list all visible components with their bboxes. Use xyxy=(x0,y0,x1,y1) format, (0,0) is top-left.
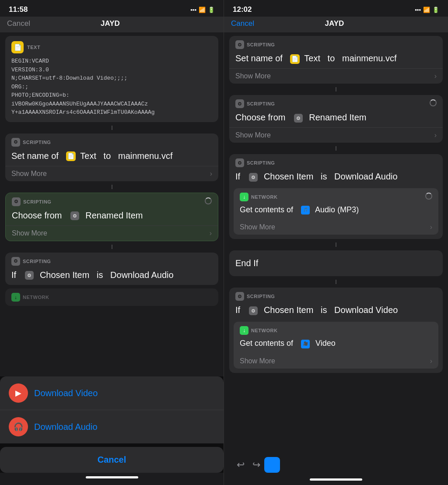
download-audio-label[interactable]: Download Audio xyxy=(34,422,98,432)
nested-network-video-header: ↓ NETWORK xyxy=(234,322,438,337)
right-show-more-2[interactable]: Show More xyxy=(235,131,271,139)
right-spinner-container xyxy=(430,99,437,108)
right-scripting-icon-4: ⚙ xyxy=(235,292,244,301)
chosen-icon-1: ⚙ xyxy=(25,271,34,280)
right-home-indicator xyxy=(310,478,362,481)
left-status-icons: ▪▪▪ 📶 🔋 xyxy=(190,7,215,13)
action-sheet: ▶ Download Video 🎧 Download Audio xyxy=(0,376,224,443)
right-cancel-button[interactable]: Cancel xyxy=(231,19,254,28)
redo-button[interactable]: ↪ xyxy=(248,457,264,473)
end-if-text: End If xyxy=(235,258,258,268)
right-set-name-body: Set name of 📄 Text to mainmenu.vcf xyxy=(229,51,443,68)
right-connector-2 xyxy=(229,146,443,151)
left-phone: 11:58 ▪▪▪ 📶 🔋 Cancel JAYD 📄 TEXT BEGIN:V… xyxy=(0,0,224,485)
right-scroll-content: ⚙ SCRIPTING Set name of 📄 Text to mainme… xyxy=(224,32,448,453)
renamed-icon: ⚙ xyxy=(70,211,79,220)
signal-icon: ▪▪▪ xyxy=(190,7,196,13)
nested-network-audio-header: ↓ NETWORK xyxy=(234,188,438,203)
network-partial-header: ↓ NETWORK xyxy=(11,293,212,302)
redo-icon: ↪ xyxy=(252,459,260,471)
nested-chevron-2: › xyxy=(430,357,432,365)
download-video-label[interactable]: Download Video xyxy=(34,388,98,398)
right-scripting-icon-1: ⚙ xyxy=(235,40,244,49)
right-choose-from-footer[interactable]: Show More › xyxy=(229,127,443,143)
right-if-video-body: If ⚙ Chosen Item is Download Video xyxy=(229,302,443,320)
download-video-action[interactable]: ▶ Download Video xyxy=(0,376,224,410)
right-set-name-footer[interactable]: Show More › xyxy=(229,68,443,84)
nested-video-footer[interactable]: Show More › xyxy=(234,353,438,369)
right-spinner xyxy=(430,99,437,106)
action-cancel-button[interactable]: Cancel xyxy=(0,447,224,473)
left-nav-bar: Cancel JAYD xyxy=(0,17,224,32)
nested-audio-footer[interactable]: Show More › xyxy=(234,219,438,235)
right-wifi-icon: 📶 xyxy=(423,7,430,13)
video-inline-icon: 🎥 xyxy=(301,340,310,348)
if-chosen-card: ⚙ SCRIPTING If ⚙ Chosen Item is Download… xyxy=(5,253,218,285)
nested-network-icon-2: ↓ xyxy=(240,326,248,335)
connector-1 xyxy=(5,126,218,130)
spinner-1 xyxy=(205,197,212,204)
right-if-audio-body: If ⚙ Chosen Item is Download Audio xyxy=(229,169,443,186)
network-icon-partial: ↓ xyxy=(11,293,20,302)
right-scripting-label-1: SCRIPTING xyxy=(247,42,275,47)
battery-icon: 🔋 xyxy=(208,7,215,13)
nested-network-audio: ↓ NETWORK Get contents of 🎵 Audio (MP3) … xyxy=(234,188,438,235)
right-chevron-2: › xyxy=(434,131,437,139)
text-inline-icon: 📄 xyxy=(66,151,76,161)
left-status-bar: 11:58 ▪▪▪ 📶 🔋 xyxy=(0,0,224,17)
right-if-audio-card: ⚙ SCRIPTING If ⚙ Chosen Item is Download… xyxy=(229,154,443,239)
end-if-card: End If xyxy=(229,250,443,276)
nested-network-label-1: NETWORK xyxy=(251,194,277,200)
text-label: TEXT xyxy=(27,45,40,50)
scripting-label-1: SCRIPTING xyxy=(23,140,51,145)
set-name-card: ⚙ SCRIPTING Set name of 📄 Text to mainme… xyxy=(5,134,218,181)
home-indicator xyxy=(86,476,138,478)
show-more-2[interactable]: Show More xyxy=(12,229,47,237)
nested-chevron-1: › xyxy=(430,223,432,231)
network-label-partial: NETWORK xyxy=(23,295,49,300)
network-partial-card: ↓ NETWORK xyxy=(5,288,218,306)
right-set-name-header: ⚙ SCRIPTING xyxy=(229,36,443,51)
download-audio-action[interactable]: 🎧 Download Audio xyxy=(0,410,224,443)
left-cancel-button[interactable]: Cancel xyxy=(7,19,30,28)
scripting-icon-1: ⚙ xyxy=(11,138,20,147)
right-phone: 12:02 ▪▪▪ 📶 🔋 Cancel JAYD ⚙ SCRIPTING Se… xyxy=(224,0,448,485)
right-connector-3 xyxy=(229,242,443,247)
right-if-audio-header: ⚙ SCRIPTING xyxy=(229,154,443,169)
right-scripting-icon-3: ⚙ xyxy=(235,158,244,167)
right-if-video-header: ⚙ SCRIPTING xyxy=(229,288,443,302)
spinner-container-1 xyxy=(205,197,212,206)
right-scripting-label-3: SCRIPTING xyxy=(247,160,275,165)
choose-from-footer[interactable]: Show More › xyxy=(6,225,218,241)
show-more-1[interactable]: Show More xyxy=(11,170,47,178)
right-battery-icon: 🔋 xyxy=(432,7,439,13)
set-name-footer[interactable]: Show More › xyxy=(5,166,218,181)
text-card-header: 📄 TEXT xyxy=(11,41,212,53)
right-choose-from-header: ⚙ SCRIPTING xyxy=(229,95,443,110)
right-if-video-card: ⚙ SCRIPTING If ⚙ Chosen Item is Download… xyxy=(229,288,443,373)
right-choose-from-card: ⚙ SCRIPTING Choose from ⚙ Renamed Item S… xyxy=(229,95,443,143)
right-bottom-bar: ↩ ↪ xyxy=(224,453,448,485)
nested-show-more-2[interactable]: Show More xyxy=(240,357,275,365)
choose-from-card: ⚙ SCRIPTING Choose from ⚙ Renamed Item S… xyxy=(5,193,218,241)
right-set-name-card: ⚙ SCRIPTING Set name of 📄 Text to mainme… xyxy=(229,36,443,84)
audio-icon: 🎧 xyxy=(9,417,28,436)
right-show-more-1[interactable]: Show More xyxy=(235,72,271,80)
nested-network-video: ↓ NETWORK Get contents of 🎥 Video Show M… xyxy=(234,322,438,368)
set-name-body: Set name of 📄 Text to mainmenu.vcf xyxy=(5,148,218,166)
bottom-safe-area xyxy=(0,473,224,485)
right-scripting-label-2: SCRIPTING xyxy=(247,101,275,106)
add-action-button[interactable] xyxy=(264,457,280,473)
left-nav-title: JAYD xyxy=(101,19,120,28)
undo-button[interactable]: ↩ xyxy=(233,457,248,473)
right-signal-icon: ▪▪▪ xyxy=(415,7,421,13)
text-card: 📄 TEXT BEGIN:VCARD VERSION:3.0 N;CHARSET… xyxy=(5,36,218,122)
right-text-inline-icon: 📄 xyxy=(290,54,300,64)
right-renamed-icon: ⚙ xyxy=(294,114,303,123)
choose-from-header: ⚙ SCRIPTING xyxy=(6,193,218,208)
nested-network-icon-1: ↓ xyxy=(240,193,248,201)
text-icon: 📄 xyxy=(11,41,24,53)
nested-show-more-1[interactable]: Show More xyxy=(240,223,275,231)
right-scripting-icon-2: ⚙ xyxy=(235,99,244,108)
scripting-label-3: SCRIPTING xyxy=(23,259,51,264)
